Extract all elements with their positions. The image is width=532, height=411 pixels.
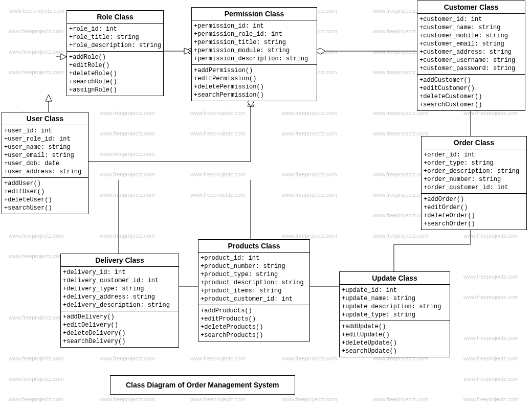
watermark: www.freeprojectz.com bbox=[373, 130, 428, 136]
class-member: +deleteCustomer() bbox=[419, 93, 523, 101]
watermark: www.freeprojectz.com bbox=[9, 8, 64, 14]
class-member: +delivery_address: string bbox=[63, 293, 176, 301]
class-member: +permission_module: string bbox=[194, 47, 315, 55]
watermark: www.freeprojectz.com bbox=[9, 233, 64, 239]
watermark: www.freeprojectz.com bbox=[9, 49, 64, 55]
watermark: www.freeprojectz.com bbox=[9, 253, 64, 259]
watermark: www.freeprojectz.com bbox=[463, 273, 519, 280]
watermark: www.freeprojectz.com bbox=[190, 110, 246, 116]
class-member: +product_customer_id: int bbox=[201, 295, 307, 303]
class-member: +delivery_type: string bbox=[63, 285, 176, 293]
class-role-ops: +addRole()+editRole()+deleteRole()+searc… bbox=[67, 51, 163, 96]
watermark: www.freeprojectz.com bbox=[282, 355, 337, 361]
class-member: +customer_email: string bbox=[419, 40, 523, 48]
class-member: +customer_address: string bbox=[419, 48, 523, 56]
class-member: +user_email: string bbox=[4, 151, 86, 159]
class-delivery-ops: +addDelivery()+editDelivery()+deleteDeli… bbox=[61, 311, 179, 347]
class-member: +permission_title: string bbox=[194, 38, 315, 47]
class-update-title: Update Class bbox=[340, 272, 450, 285]
class-member: +editProducts() bbox=[201, 315, 307, 323]
watermark: www.freeprojectz.com bbox=[9, 69, 64, 75]
class-user: User Class +user_id: int+user_role_id: i… bbox=[2, 112, 88, 214]
class-order: Order Class +order_id: int+order_type: s… bbox=[421, 136, 527, 230]
class-member: +customer_password: string bbox=[419, 64, 523, 73]
class-member: +customer_username: string bbox=[419, 56, 523, 64]
class-customer: Customer Class +customer_id: int+custome… bbox=[417, 1, 525, 111]
watermark: www.freeprojectz.com bbox=[100, 233, 155, 239]
watermark: www.freeprojectz.com bbox=[373, 212, 428, 218]
watermark: www.freeprojectz.com bbox=[282, 192, 337, 198]
class-products: Products Class +product_id: int+product_… bbox=[198, 239, 310, 341]
class-member: +searchCustomer() bbox=[419, 101, 523, 109]
class-member: +update_name: string bbox=[342, 294, 448, 303]
watermark: www.freeprojectz.com bbox=[373, 396, 428, 402]
class-member: +update_type: string bbox=[342, 311, 448, 319]
class-order-title: Order Class bbox=[422, 136, 526, 149]
class-member: +user_role_id: int bbox=[4, 135, 86, 143]
class-member: +permission_role_id: int bbox=[194, 30, 315, 38]
class-member: +permission_description: string bbox=[194, 55, 315, 63]
watermark: www.freeprojectz.com bbox=[190, 355, 246, 361]
diagram-caption: Class Diagram of Order Management System bbox=[110, 375, 295, 395]
class-member: +editRole() bbox=[69, 61, 161, 70]
class-update-ops: +addUpdate()+editUpdate()+deleteUpdate()… bbox=[340, 321, 450, 357]
class-member: +delivery_id: int bbox=[63, 268, 176, 277]
class-customer-title: Customer Class bbox=[417, 1, 525, 14]
class-member: +editDelivery() bbox=[63, 321, 176, 329]
watermark: www.freeprojectz.com bbox=[9, 376, 64, 382]
watermark: www.freeprojectz.com bbox=[373, 233, 428, 239]
class-member: +update_id: int bbox=[342, 286, 448, 294]
watermark: www.freeprojectz.com bbox=[9, 396, 64, 402]
class-member: +addUser() bbox=[4, 179, 86, 188]
class-member: +editUser() bbox=[4, 188, 86, 196]
class-member: +deleteProducts() bbox=[201, 323, 307, 331]
class-member: +product_number: string bbox=[201, 262, 307, 270]
class-member: +addOrder() bbox=[424, 195, 524, 203]
class-member: +customer_name: string bbox=[419, 24, 523, 32]
watermark: www.freeprojectz.com bbox=[100, 355, 155, 361]
class-member: +addPermission() bbox=[194, 66, 315, 75]
watermark: www.freeprojectz.com bbox=[282, 396, 337, 402]
class-member: +searchRole() bbox=[69, 78, 161, 86]
watermark: www.freeprojectz.com bbox=[373, 192, 428, 198]
svg-marker-6 bbox=[46, 95, 52, 101]
class-member: +order_description: string bbox=[424, 167, 524, 175]
class-permission-ops: +addPermission()+editPermission()+delete… bbox=[192, 64, 317, 101]
class-member: +searchUpdate() bbox=[342, 347, 448, 355]
class-member: +searchOrder() bbox=[424, 220, 524, 228]
class-member: +addProducts() bbox=[201, 307, 307, 315]
caption-text: Class Diagram of Order Management System bbox=[126, 381, 279, 389]
watermark: www.freeprojectz.com bbox=[100, 396, 155, 402]
class-member: +role_id: int bbox=[69, 25, 161, 33]
watermark: www.freeprojectz.com bbox=[190, 171, 246, 177]
class-delivery-title: Delivery Class bbox=[61, 254, 179, 267]
class-role: Role Class +role_id: int+role_title: str… bbox=[66, 10, 164, 96]
class-customer-ops: +addCustomer()+editCustomer()+deleteCust… bbox=[417, 74, 525, 110]
watermark: www.freeprojectz.com bbox=[282, 110, 337, 116]
class-member: +order_number: string bbox=[424, 175, 524, 184]
class-role-attrs: +role_id: int+role_title: string+role_de… bbox=[67, 24, 163, 51]
class-customer-attrs: +customer_id: int+customer_name: string+… bbox=[417, 14, 525, 74]
class-member: +editUpdate() bbox=[342, 331, 448, 339]
svg-marker-1 bbox=[184, 48, 191, 54]
class-delivery-attrs: +delivery_id: int+delivery_customer_id: … bbox=[61, 267, 179, 311]
class-member: +role_description: string bbox=[69, 41, 161, 50]
class-member: +update_description: string bbox=[342, 303, 448, 311]
svg-marker-8 bbox=[60, 54, 66, 60]
class-member: +deletePermission() bbox=[194, 83, 315, 91]
watermark: www.freeprojectz.com bbox=[9, 355, 64, 361]
class-member: +addDelivery() bbox=[63, 313, 176, 321]
watermark: www.freeprojectz.com bbox=[190, 396, 246, 402]
class-member: +assignRole() bbox=[69, 86, 161, 94]
class-member: +deleteUser() bbox=[4, 196, 86, 204]
class-member: +editPermission() bbox=[194, 75, 315, 83]
watermark: www.freeprojectz.com bbox=[282, 130, 337, 136]
class-permission-attrs: +permission_id: int+permission_role_id: … bbox=[192, 20, 317, 64]
class-member: +deleteUpdate() bbox=[342, 339, 448, 347]
class-member: +user_address: string bbox=[4, 168, 86, 176]
class-order-ops: +addOrder()+editOrder()+deleteOrder()+se… bbox=[422, 193, 526, 230]
class-permission-title: Permission Class bbox=[192, 8, 317, 20]
class-member: +delivery_customer_id: int bbox=[63, 277, 176, 285]
class-products-attrs: +product_id: int+product_number: string+… bbox=[198, 253, 309, 305]
watermark: www.freeprojectz.com bbox=[463, 294, 519, 300]
